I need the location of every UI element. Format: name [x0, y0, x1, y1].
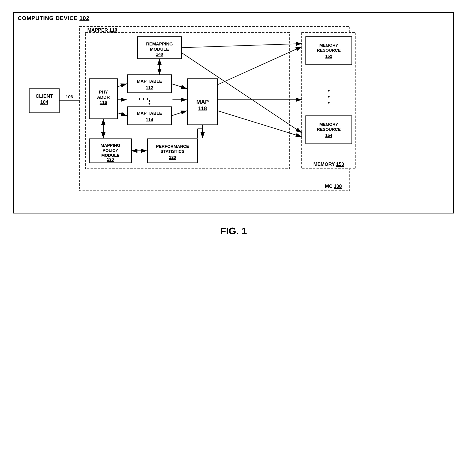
svg-text:154: 154 — [325, 133, 332, 138]
svg-text:MAP TABLE: MAP TABLE — [137, 79, 162, 84]
svg-text:•: • — [327, 93, 330, 100]
svg-text:MAP TABLE: MAP TABLE — [137, 111, 162, 116]
svg-text:MAP: MAP — [196, 99, 208, 105]
svg-text:112: 112 — [146, 85, 153, 90]
svg-text:PERFORMANCE: PERFORMANCE — [156, 144, 189, 149]
computing-device-text: COMPUTING DEVICE — [18, 15, 78, 21]
svg-text:•: • — [148, 100, 150, 107]
svg-text:106: 106 — [65, 94, 73, 99]
svg-text:•: • — [327, 99, 330, 106]
svg-text:MAPPING: MAPPING — [100, 143, 120, 148]
svg-text:MAPPER 110: MAPPER 110 — [87, 27, 117, 33]
svg-text:RESOURCE: RESOURCE — [317, 127, 341, 132]
svg-text:MEMORY: MEMORY — [319, 122, 338, 126]
computing-device-num: 102 — [79, 15, 89, 21]
diagram-svg: CLIENT 104 106 MC 108 MAPPER 110 REMAPPI… — [22, 21, 445, 201]
svg-text:•: • — [146, 96, 148, 102]
svg-text:POLICY: POLICY — [102, 148, 118, 153]
svg-text:CLIENT: CLIENT — [36, 93, 53, 99]
svg-text:STATISTICS: STATISTICS — [160, 149, 184, 154]
svg-text:REMAPPING: REMAPPING — [146, 41, 173, 47]
computing-device-box: COMPUTING DEVICE 102 — [13, 12, 454, 213]
svg-text:RESOURCE: RESOURCE — [317, 48, 341, 52]
svg-text:104: 104 — [40, 99, 48, 105]
svg-text:MC 108: MC 108 — [325, 183, 342, 189]
svg-text:152: 152 — [325, 54, 332, 59]
svg-text:•: • — [327, 87, 330, 94]
svg-text:118: 118 — [198, 105, 207, 111]
svg-text:MEMORY 150: MEMORY 150 — [313, 161, 344, 167]
figure-label: FIG. 1 — [13, 225, 454, 237]
svg-text:MODULE: MODULE — [150, 47, 169, 52]
diagram-wrapper: CLIENT 104 106 MC 108 MAPPER 110 REMAPPI… — [22, 21, 445, 201]
svg-text:120: 120 — [169, 155, 176, 160]
svg-text:116: 116 — [100, 100, 107, 105]
svg-text:PHY: PHY — [99, 89, 108, 95]
svg-text:MEMORY: MEMORY — [319, 43, 338, 48]
svg-text:•: • — [138, 96, 140, 102]
svg-text:114: 114 — [146, 117, 153, 122]
svg-text:•: • — [143, 96, 144, 102]
svg-text:ADDR: ADDR — [97, 95, 110, 100]
svg-text:140: 140 — [156, 52, 163, 57]
svg-text:130: 130 — [107, 157, 114, 162]
